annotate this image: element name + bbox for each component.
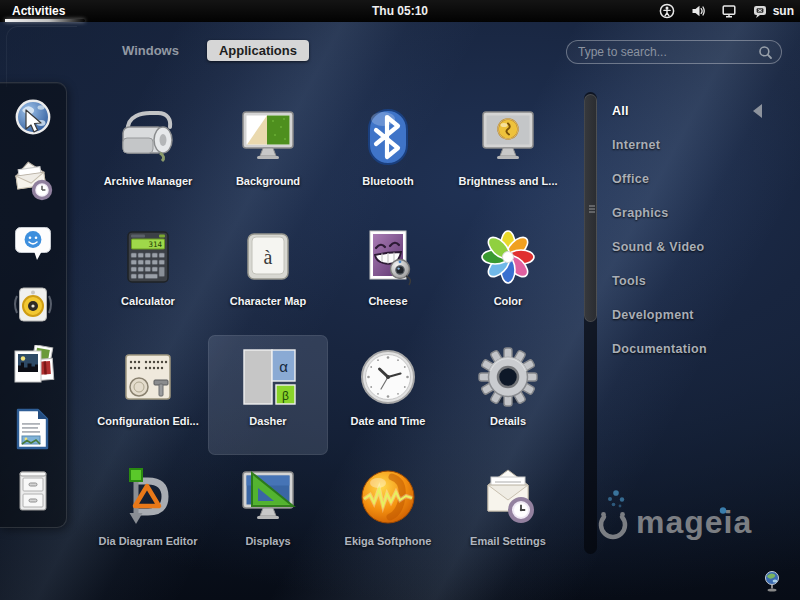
volume-icon[interactable] — [690, 3, 706, 19]
category-documentation[interactable]: Documentation — [612, 342, 784, 356]
app-calculator[interactable]: 314 Calculator — [88, 215, 208, 335]
app-label: Cheese — [368, 295, 407, 307]
dasher-icon: αβ — [236, 345, 300, 409]
category-tools[interactable]: Tools — [612, 274, 784, 288]
category-graphics[interactable]: Graphics — [612, 206, 784, 220]
brightness-lock-icon — [476, 105, 540, 169]
details-icon — [476, 345, 540, 409]
app-label: Archive Manager — [104, 175, 193, 187]
configuration-editor-icon — [116, 345, 180, 409]
app-label: Background — [236, 175, 300, 187]
app-label: Details — [490, 415, 526, 427]
app-label: Brightness and L... — [458, 175, 557, 187]
color-icon — [476, 225, 540, 289]
dia-icon — [116, 465, 180, 529]
app-dasher[interactable]: αβ Dasher — [208, 335, 328, 455]
app-label: Bluetooth — [362, 175, 413, 187]
displays-icon — [236, 465, 300, 529]
app-label: Date and Time — [351, 415, 426, 427]
web-browser-icon[interactable] — [11, 97, 55, 141]
app-bluetooth[interactable]: Bluetooth — [328, 95, 448, 215]
category-internet[interactable]: Internet — [612, 138, 784, 152]
music-player-icon[interactable] — [11, 283, 55, 327]
svg-text:α: α — [279, 358, 288, 375]
app-color[interactable]: Color — [448, 215, 568, 335]
mageia-logo: mageia — [596, 486, 796, 550]
display-icon[interactable] — [721, 3, 737, 19]
photo-manager-icon[interactable] — [11, 345, 55, 389]
archive-manager-icon — [116, 105, 180, 169]
app-dia-diagram-editor[interactable]: Dia Diagram Editor — [88, 455, 208, 575]
workspace-edge — [6, 26, 77, 87]
category-arrow-icon — [753, 104, 762, 118]
im-status-icon — [752, 3, 768, 19]
activities-button[interactable]: Activities — [0, 0, 77, 22]
dash-dock — [0, 82, 67, 528]
app-cheese[interactable]: Cheese — [328, 215, 448, 335]
character-map-icon: à — [236, 225, 300, 289]
app-label: Calculator — [121, 295, 175, 307]
top-bar: Activities Thu 05:10 sun — [0, 0, 800, 22]
instant-messenger-icon[interactable] — [11, 221, 55, 265]
search-box — [566, 40, 782, 64]
app-label: Displays — [245, 535, 290, 547]
app-brightness-lock[interactable]: Brightness and L... — [448, 95, 568, 215]
view-switcher: Windows Applications — [110, 40, 309, 61]
accessibility-icon[interactable] — [659, 3, 675, 19]
app-label: Color — [494, 295, 523, 307]
ekiga-icon — [356, 465, 420, 529]
app-grid: Archive Manager Background Bluetooth Bri… — [88, 95, 568, 575]
user-menu[interactable]: sun — [752, 3, 794, 19]
category-office[interactable]: Office — [612, 172, 784, 186]
mageia-wordmark: mageia — [636, 504, 752, 540]
scrollbar-thumb[interactable] — [584, 94, 597, 322]
activities-label: Activities — [12, 4, 65, 18]
svg-text:314: 314 — [148, 240, 162, 249]
app-label: Dia Diagram Editor — [98, 535, 197, 547]
svg-text:à: à — [264, 246, 273, 268]
cheese-icon — [356, 225, 420, 289]
app-label: Email Settings — [470, 535, 546, 547]
category-development[interactable]: Development — [612, 308, 784, 322]
app-displays[interactable]: Displays — [208, 455, 328, 575]
gnome-shell-overview: Activities Thu 05:10 sun Windows App — [0, 0, 800, 600]
app-character-map[interactable]: à Character Map — [208, 215, 328, 335]
app-label: Dasher — [249, 415, 286, 427]
username: sun — [773, 4, 794, 18]
scrollbar-grip — [589, 205, 595, 207]
tab-windows[interactable]: Windows — [110, 40, 191, 61]
email-client-icon[interactable] — [11, 159, 55, 203]
search-input[interactable] — [567, 45, 758, 59]
app-grid-scrollbar[interactable] — [584, 92, 597, 554]
file-manager-icon[interactable] — [11, 469, 55, 513]
bluetooth-icon — [356, 105, 420, 169]
category-sound-video[interactable]: Sound & Video — [612, 240, 784, 254]
calculator-icon: 314 — [116, 225, 180, 289]
activities-active-indicator — [5, 19, 85, 22]
category-all[interactable]: All — [612, 104, 784, 118]
app-ekiga-softphone[interactable]: Ekiga Softphone — [328, 455, 448, 575]
email-settings-icon — [476, 465, 540, 529]
background-icon — [236, 105, 300, 169]
word-processor-icon[interactable] — [11, 407, 55, 451]
network-tray-icon[interactable] — [763, 570, 781, 594]
app-label: Character Map — [230, 295, 306, 307]
tab-applications[interactable]: Applications — [207, 40, 309, 61]
category-list: All Internet Office Graphics Sound & Vid… — [612, 104, 784, 376]
search-icon — [758, 45, 773, 60]
app-details[interactable]: Details — [448, 335, 568, 455]
overview-background: Windows Applications — [0, 22, 800, 600]
app-background[interactable]: Background — [208, 95, 328, 215]
system-status-area: sun — [659, 0, 794, 22]
svg-text:β: β — [282, 389, 289, 403]
app-date-and-time[interactable]: Date and Time — [328, 335, 448, 455]
app-label: Ekiga Softphone — [345, 535, 432, 547]
app-archive-manager[interactable]: Archive Manager — [88, 95, 208, 215]
app-label: Configuration Edi... — [97, 415, 198, 427]
date-time-icon — [356, 345, 420, 409]
app-configuration-editor[interactable]: Configuration Edi... — [88, 335, 208, 455]
app-email-settings[interactable]: Email Settings — [448, 455, 568, 575]
category-label: All — [612, 104, 629, 118]
